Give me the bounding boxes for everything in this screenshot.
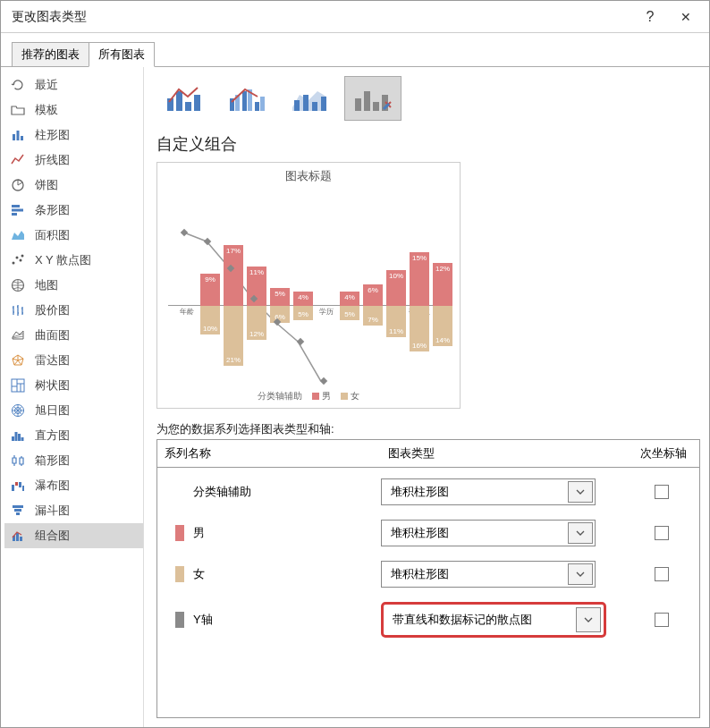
- main-panel: 自定义组合 图表标题 年龄18-259%10%26-3017%21%31-351…: [144, 67, 709, 727]
- series-table: 系列名称 图表类型 次坐标轴 分类轴辅助堆积柱形图男堆积柱形图女堆积柱形图Y轴带…: [156, 439, 700, 718]
- dropdown-button[interactable]: [576, 607, 601, 632]
- sidebar-item-label: 曲面图: [35, 327, 70, 343]
- sidebar-item-histogram[interactable]: 直方图: [4, 423, 143, 448]
- combo-preset-2[interactable]: [219, 76, 276, 121]
- line-chart-icon: [10, 152, 26, 168]
- svg-rect-41: [312, 102, 317, 111]
- stock-chart-icon: [10, 302, 26, 318]
- series-name: 分类轴辅助: [193, 484, 381, 500]
- svg-rect-39: [294, 100, 300, 111]
- svg-point-9: [20, 259, 22, 262]
- sidebar-item-sunburst[interactable]: 旭日图: [4, 398, 143, 423]
- sidebar-item-label: 瀑布图: [35, 478, 70, 494]
- surface-chart-icon: [10, 327, 26, 343]
- secondary-axis-checkbox[interactable]: [655, 485, 669, 499]
- svg-point-8: [16, 257, 19, 259]
- sidebar-item-waterfall[interactable]: 瀑布图: [4, 473, 143, 498]
- svg-rect-30: [176, 91, 182, 111]
- col-series-name: 系列名称: [157, 440, 381, 467]
- svg-rect-17: [18, 434, 21, 441]
- chart-type-select[interactable]: 堆积柱形图: [381, 478, 596, 505]
- sidebar-item-label: 柱形图: [35, 127, 70, 143]
- sidebar-item-treemap[interactable]: 树状图: [4, 373, 143, 398]
- sidebar-item-pie[interactable]: 饼图: [4, 173, 143, 198]
- chart-preview[interactable]: 图表标题 年龄18-259%10%26-3017%21%31-3511%12%3…: [156, 162, 461, 409]
- svg-rect-15: [12, 436, 14, 441]
- sidebar-item-label: 股价图: [35, 302, 70, 318]
- svg-rect-0: [13, 134, 15, 140]
- svg-rect-44: [364, 91, 370, 111]
- svg-point-7: [13, 262, 15, 265]
- dropdown-button[interactable]: [568, 563, 593, 585]
- sidebar-item-template[interactable]: 模板: [4, 97, 143, 123]
- sidebar-item-area[interactable]: 面积图: [4, 223, 143, 248]
- svg-rect-24: [14, 509, 21, 512]
- svg-rect-19: [12, 485, 14, 491]
- sidebar-item-label: 地图: [35, 277, 58, 293]
- series-swatch: [175, 612, 184, 628]
- svg-rect-42: [321, 97, 326, 111]
- box-chart-icon: [10, 453, 26, 469]
- sidebar-item-line[interactable]: 折线图: [4, 148, 143, 173]
- sidebar-item-label: 饼图: [35, 177, 58, 193]
- tab-all-charts[interactable]: 所有图表: [89, 42, 155, 67]
- map-chart-icon: [10, 277, 26, 293]
- svg-rect-35: [242, 91, 247, 111]
- category-label: 学历: [315, 307, 338, 317]
- series-row: 分类轴辅助堆积柱形图: [157, 471, 699, 512]
- series-name: Y轴: [193, 612, 381, 628]
- chart-type-select[interactable]: 堆积柱形图: [381, 520, 596, 546]
- secondary-axis-checkbox[interactable]: [655, 567, 669, 581]
- sidebar-item-label: 直方图: [35, 427, 70, 444]
- chart-type-select[interactable]: 堆积柱形图: [381, 561, 596, 588]
- sidebar-item-combo[interactable]: 组合图: [4, 523, 143, 548]
- svg-rect-4: [12, 205, 20, 207]
- sidebar-item-radar[interactable]: 雷达图: [4, 348, 143, 373]
- svg-rect-1: [17, 131, 20, 140]
- sidebar-item-scatter[interactable]: X Y 散点图: [4, 248, 143, 273]
- secondary-axis-checkbox[interactable]: [655, 526, 669, 540]
- folder-icon: [10, 102, 26, 118]
- sidebar-item-funnel[interactable]: 漏斗图: [4, 498, 143, 523]
- window-title: 更改图表类型: [12, 9, 634, 25]
- svg-rect-2: [21, 136, 23, 140]
- help-button[interactable]: ?: [634, 4, 666, 30]
- sidebar-item-surface[interactable]: 曲面图: [4, 323, 143, 348]
- sidebar-item-recent[interactable]: 最近: [4, 72, 143, 97]
- combo-preset-custom[interactable]: [344, 76, 401, 121]
- sidebar-item-label: 箱形图: [35, 453, 70, 469]
- combo-preset-3[interactable]: [282, 76, 339, 121]
- svg-rect-43: [355, 98, 361, 111]
- dropdown-button[interactable]: [568, 522, 593, 544]
- treemap-chart-icon: [10, 377, 26, 394]
- chart-area: 年龄18-259%10%26-3017%21%31-3511%12%36-405…: [168, 190, 449, 386]
- secondary-axis-checkbox[interactable]: [655, 613, 669, 627]
- close-button[interactable]: ✕: [666, 4, 706, 30]
- svg-rect-22: [22, 486, 24, 491]
- chart-legend: 分类轴辅助 男 女: [161, 390, 456, 402]
- combo-preset-1[interactable]: [156, 76, 214, 121]
- series-name: 男: [193, 525, 381, 541]
- series-swatch: [175, 484, 184, 500]
- svg-rect-5: [12, 209, 23, 212]
- sidebar-item-bar[interactable]: 条形图: [4, 198, 143, 223]
- chart-category-sidebar: 最近 模板 柱形图 折线图 饼图 条形图 面积图 X Y 散点图 地图 股价图 …: [1, 67, 144, 727]
- svg-rect-37: [255, 102, 259, 111]
- chart-type-select[interactable]: 带直线和数据标记的散点图: [381, 602, 606, 638]
- sidebar-item-map[interactable]: 地图: [4, 273, 143, 298]
- combo-preset-row: [156, 76, 700, 121]
- tab-recommended[interactable]: 推荐的图表: [12, 42, 89, 67]
- svg-rect-23: [13, 505, 23, 508]
- sidebar-item-label: 折线图: [35, 152, 70, 168]
- combo-chart-icon: [10, 528, 26, 544]
- sidebar-item-label: 旭日图: [35, 402, 70, 419]
- sidebar-item-box[interactable]: 箱形图: [4, 448, 143, 473]
- sidebar-item-column[interactable]: 柱形图: [4, 123, 143, 148]
- col-secondary-axis: 次坐标轴: [628, 440, 699, 467]
- svg-rect-32: [194, 95, 200, 111]
- sidebar-item-stock[interactable]: 股价图: [4, 298, 143, 323]
- svg-rect-18: [21, 437, 24, 441]
- dropdown-button[interactable]: [568, 481, 593, 503]
- sidebar-item-label: 树状图: [35, 377, 70, 394]
- series-row: Y轴带直线和数据标记的散点图: [157, 595, 699, 645]
